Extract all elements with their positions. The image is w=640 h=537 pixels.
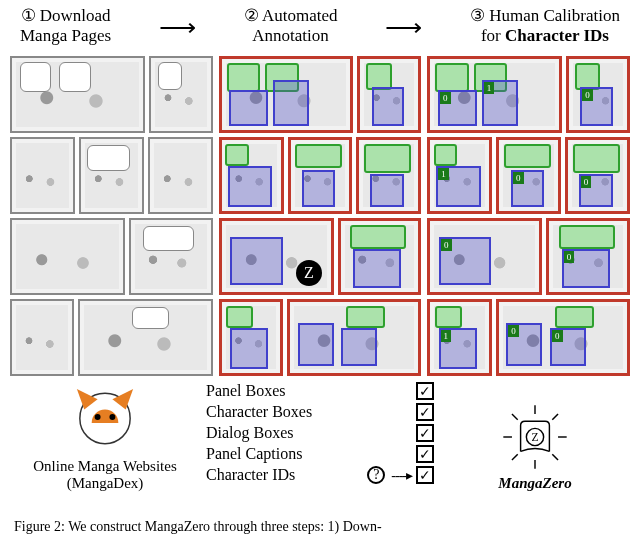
arrow-1: ⟶ [159,6,196,43]
char-id: 1 [441,330,452,342]
dashed-arrow-icon: ----▸ [391,467,412,484]
brand-name: MangaZero [498,475,571,492]
brand-block: Z MangaZero [440,380,630,512]
calib-panel: 0 [546,218,630,295]
checkbox-icon: ✓ [416,466,434,484]
raw-panel [78,299,213,376]
char-id: 0 [513,172,524,184]
char-id: 0 [564,251,575,263]
checklist-row: Panel Boxes ✓ [206,382,434,400]
step-1-title: ① Download Manga Pages [20,6,111,45]
calib-panel: 0 [496,137,561,214]
calib-panel: 0 0 [496,299,630,376]
step2-line1: ② Automated [244,6,338,25]
checklist-row: Character Boxes ✓ [206,403,434,421]
step3-line1: ③ Human Calibration [470,6,620,25]
anno-panel [357,56,421,133]
step1-line2: Manga Pages [20,26,111,46]
char-id: 0 [581,176,592,188]
svg-line-12 [552,454,558,460]
raw-panel [10,218,125,295]
char-id: 0 [440,92,451,104]
svg-text:Z: Z [531,431,538,443]
checklist-label: Character Boxes [206,403,410,421]
svg-point-1 [95,414,101,420]
raw-panel [10,299,74,376]
step1-line1: ① Download [21,6,111,25]
calib-panel: 0 [566,56,630,133]
raw-panel [149,56,213,133]
anno-panel: Z [219,218,334,295]
anno-panel [288,137,353,214]
arrow-2: ⟶ [385,6,422,43]
z-badge-icon: Z [296,260,322,286]
pipeline-columns: Z 0 1 [0,56,640,376]
question-icon: ? [367,466,385,484]
pipeline-header: ① Download Manga Pages ⟶ ② Automated Ann… [0,0,640,56]
checklist-label: Panel Boxes [206,382,410,400]
col-raw [10,56,213,376]
char-id: 1 [484,82,495,94]
checkbox-icon: ✓ [416,403,434,421]
checklist-row: Dialog Boxes ✓ [206,424,434,442]
calib-panel: 0 [427,218,542,295]
checklist-label: Panel Captions [206,445,410,463]
bottom-row: Online Manga Websites (MangaDex) Panel B… [0,376,640,512]
svg-line-11 [512,454,518,460]
anno-panel [287,299,421,376]
calib-panel: 1 [427,299,491,376]
checklist-label: Character IDs [206,466,361,484]
char-id: 0 [582,89,593,101]
calib-panel: 0 1 [427,56,561,133]
svg-line-10 [552,413,558,419]
step-3-title: ③ Human Calibration for Character IDs [470,6,620,45]
figure-caption: Figure 2: We construct MangaZero through… [0,519,640,537]
checklist-row: Character IDs ? ----▸ ✓ [206,466,434,484]
step3-bold: Character IDs [505,26,609,45]
raw-panel [79,137,144,214]
step2-line2: Annotation [244,26,338,46]
col-auto: Z [219,56,422,376]
char-id: 0 [508,325,519,337]
mangadex-icon [68,380,142,454]
anno-panel [338,218,422,295]
svg-point-2 [109,414,115,420]
anno-panel [356,137,421,214]
checkbox-icon: ✓ [416,382,434,400]
mangazero-logo-icon: Z [499,401,571,473]
calib-panel: 0 [565,137,630,214]
source-label-1: Online Manga Websites [10,458,200,475]
char-id: 1 [438,168,449,180]
raw-panel [148,137,213,214]
checkbox-icon: ✓ [416,424,434,442]
checklist-row: Panel Captions ✓ [206,445,434,463]
calib-panel: 1 [427,137,492,214]
anno-panel [219,56,353,133]
source-label-2: (MangaDex) [10,475,200,492]
anno-panel [219,299,283,376]
raw-panel [129,218,212,295]
checklist-label: Dialog Boxes [206,424,410,442]
svg-line-9 [512,413,518,419]
checkbox-icon: ✓ [416,445,434,463]
char-id: 0 [552,330,563,342]
anno-panel [219,137,284,214]
checklist: Panel Boxes ✓ Character Boxes ✓ Dialog B… [206,380,434,512]
source-block: Online Manga Websites (MangaDex) [10,380,200,512]
col-calibrated: 0 1 0 1 0 0 0 [427,56,630,376]
step3-pre: for [481,26,505,45]
raw-panel [10,137,75,214]
char-id: 0 [441,239,452,251]
step-2-title: ② Automated Annotation [244,6,338,45]
raw-panel [10,56,145,133]
